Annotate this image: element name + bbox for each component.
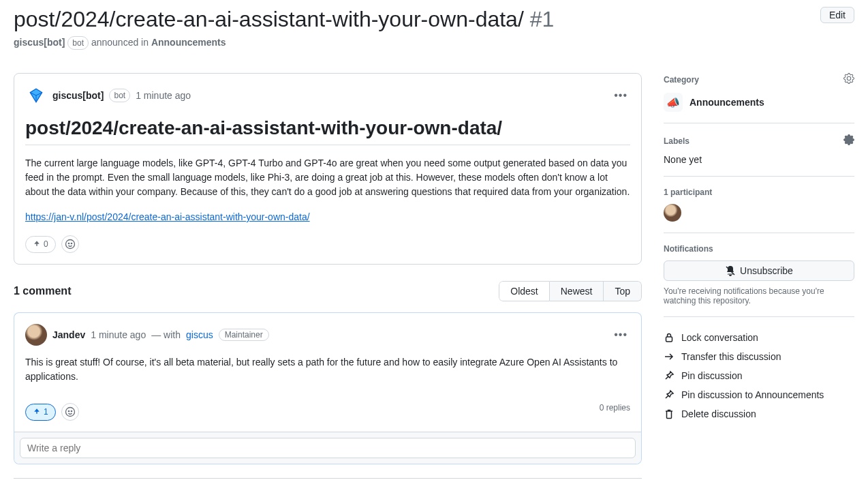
replies-count: 0 replies: [600, 403, 630, 413]
sidebar-notifications-header: Notifications: [664, 244, 713, 254]
post-title: post/2024/create-an-ai-assistant-with-yo…: [25, 117, 630, 145]
svg-point-3: [68, 243, 69, 243]
comment-timestamp[interactable]: 1 minute ago: [91, 329, 146, 340]
category-row[interactable]: 📣 Announcements: [664, 93, 854, 112]
comment-via-app[interactable]: giscus: [186, 329, 213, 340]
comment-add-reaction-button[interactable]: [61, 403, 79, 421]
sidebar-participants-header: 1 participant: [664, 188, 712, 197]
category-name: Announcements: [689, 97, 764, 108]
participant-avatar[interactable]: [664, 204, 681, 222]
post-menu-button[interactable]: •••: [611, 87, 630, 104]
reply-input[interactable]: [20, 438, 636, 458]
pin-cat-label: Pin discussion to Announcements: [681, 389, 824, 400]
delete-discussion-link[interactable]: Delete discussion: [664, 404, 854, 423]
svg-point-5: [65, 408, 74, 417]
divider: [14, 478, 642, 479]
lock-conversation-link[interactable]: Lock conversation: [664, 328, 854, 347]
arrow-right-icon: [664, 351, 675, 362]
post-link[interactable]: https://jan-v.nl/post/2024/create-an-ai-…: [25, 211, 310, 222]
bot-badge: bot: [67, 36, 89, 50]
svg-point-6: [68, 410, 69, 411]
arrow-up-icon: [33, 239, 41, 250]
subhead-verb: announced in: [91, 37, 149, 48]
post-body: The current large language models, like …: [25, 156, 630, 224]
labels-none: None yet: [664, 154, 854, 165]
comment-via-prefix: — with: [151, 329, 181, 340]
lock-icon: [664, 332, 675, 343]
sort-top-button[interactable]: Top: [604, 281, 642, 301]
upvote-button[interactable]: 0: [25, 236, 56, 253]
svg-point-7: [71, 410, 72, 411]
labels-settings-button[interactable]: [843, 134, 854, 147]
megaphone-icon: 📣: [664, 93, 683, 112]
sidebar-category-header: Category: [664, 75, 699, 85]
post-author[interactable]: giscus[bot]: [52, 90, 104, 101]
transfer-label: Transfer this discussion: [681, 351, 781, 362]
svg-rect-9: [666, 337, 672, 342]
unsubscribe-button[interactable]: Unsubscribe: [664, 260, 854, 281]
comment-menu-button[interactable]: •••: [611, 326, 630, 344]
transfer-discussion-link[interactable]: Transfer this discussion: [664, 347, 854, 366]
notifications-note: You're receiving notifications because y…: [664, 286, 854, 305]
edit-button[interactable]: Edit: [820, 7, 854, 23]
sidebar-labels-header: Labels: [664, 136, 689, 146]
bot-badge: bot: [109, 89, 130, 102]
lock-label: Lock conversation: [681, 332, 758, 343]
comment-author[interactable]: Jandev: [52, 329, 85, 340]
category-settings-button[interactable]: [843, 73, 854, 86]
upvote-count: 0: [44, 239, 48, 249]
page-title: post/2024/create-an-ai-assistant-with-yo…: [14, 7, 554, 32]
discussion-number: #1: [530, 7, 555, 31]
post-paragraph: The current large language models, like …: [25, 156, 630, 199]
pin-discussion-link[interactable]: Pin discussion: [664, 366, 854, 385]
pin-icon: [664, 389, 675, 400]
maintainer-badge: Maintainer: [219, 329, 269, 341]
giscus-avatar-icon: [25, 85, 47, 106]
subheader: giscus[bot] bot announced in Announcemen…: [14, 36, 554, 57]
commenter-avatar[interactable]: [25, 324, 47, 346]
comment: Jandev 1 minute ago — with giscus Mainta…: [14, 312, 642, 464]
pin-label: Pin discussion: [681, 370, 743, 381]
comment-upvote-button[interactable]: 1: [25, 404, 56, 421]
sort-oldest-button[interactable]: Oldest: [499, 281, 549, 301]
pin-discussion-category-link[interactable]: Pin discussion to Announcements: [664, 385, 854, 404]
arrow-up-icon: [33, 407, 41, 417]
pin-icon: [664, 370, 675, 381]
comment-upvote-count: 1: [44, 407, 48, 417]
post-timestamp[interactable]: 1 minute ago: [136, 90, 191, 101]
comment-body: This is great stuff! Of course, it's all…: [25, 355, 630, 384]
sort-newest-button[interactable]: Newest: [550, 281, 604, 301]
subhead-category-link[interactable]: Announcements: [151, 37, 226, 48]
trash-icon: [664, 408, 675, 419]
add-reaction-button[interactable]: [61, 235, 79, 253]
delete-label: Delete discussion: [681, 408, 756, 419]
discussion-title: post/2024/create-an-ai-assistant-with-yo…: [14, 7, 524, 31]
comments-count: 1 comment: [14, 285, 71, 297]
original-post: giscus[bot] bot 1 minute ago ••• post/20…: [14, 73, 642, 265]
svg-point-2: [65, 240, 74, 249]
bell-slash-icon: [725, 265, 736, 276]
sort-segmented-control: Oldest Newest Top: [499, 281, 642, 301]
subhead-author-link[interactable]: giscus[bot]: [14, 37, 65, 48]
unsubscribe-label: Unsubscribe: [740, 265, 793, 276]
svg-point-4: [71, 243, 72, 243]
